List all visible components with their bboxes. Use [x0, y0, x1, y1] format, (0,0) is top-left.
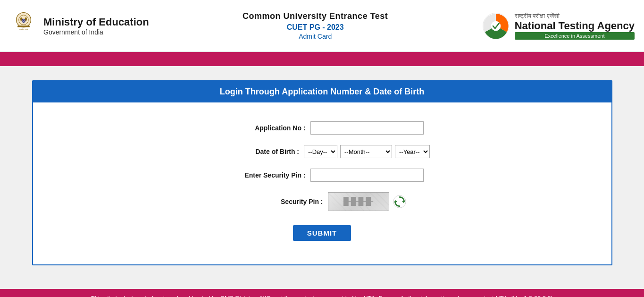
application-no-row: Application No : — [42, 121, 602, 135]
svg-text:सत्यमेव जयते: सत्यमेव जयते — [19, 28, 28, 31]
main-content: Login Through Application Number & Date … — [0, 66, 644, 280]
submit-button[interactable]: SUBMIT — [293, 225, 351, 241]
india-emblem-icon: सत्यमेव जयते — [9, 12, 38, 40]
dob-label: Date of Birth : — [214, 148, 299, 155]
dob-year-select[interactable]: --Year-- 1980198119821983 19841985198619… — [395, 145, 430, 158]
login-box: Login Through Application Number & Date … — [32, 80, 612, 265]
footer-text: This site is designed, developed and hos… — [91, 295, 553, 297]
sub-title: CUET PG - 2023 — [243, 23, 388, 32]
ministry-logo-area: सत्यमेव जयते Ministry of Education Gover… — [9, 12, 149, 40]
page-header: सत्यमेव जयते Ministry of Education Gover… — [0, 0, 644, 52]
security-pin-input[interactable] — [310, 169, 424, 182]
captcha-row: Security Pin : ████ — [42, 192, 602, 211]
ministry-text-block: Ministry of Education Government of Indi… — [43, 16, 149, 36]
application-no-input[interactable] — [310, 121, 424, 135]
dob-month-select[interactable]: --Month-- JanuaryFebruaryMarchApril MayJ… — [340, 145, 392, 158]
page-footer: This site is designed, developed and hos… — [0, 289, 644, 297]
refresh-captcha-icon[interactable] — [393, 195, 406, 208]
login-box-header: Login Through Application Number & Date … — [33, 81, 611, 102]
captcha-image: ████ — [328, 192, 389, 211]
captcha-area: ████ — [328, 192, 406, 211]
nta-logo-area: राष्ट्रीय परीक्षा एजेंसी National Testin… — [482, 12, 635, 40]
nta-tagline: Excellence in Assessment — [515, 32, 635, 40]
login-heading-text: Login Through Application Number & Date … — [220, 87, 424, 96]
ministry-name: Ministry of Education — [43, 16, 149, 28]
pink-bar — [0, 52, 644, 66]
nta-logo-icon — [482, 12, 510, 40]
security-pin-input-row: Enter Security Pin : — [42, 169, 602, 182]
captcha-label: Security Pin : — [238, 198, 323, 205]
main-title: Common University Entrance Test — [243, 11, 388, 21]
dob-selects: --Day-- 12345 678910 1112131415 16171819… — [304, 145, 430, 158]
login-form-body: Application No : Date of Birth : --Day--… — [33, 102, 611, 264]
security-pin-label: Enter Security Pin : — [221, 171, 306, 179]
ministry-sub: Government of India — [43, 28, 149, 36]
dob-day-select[interactable]: --Day-- 12345 678910 1112131415 16171819… — [304, 145, 337, 158]
dob-row: Date of Birth : --Day-- 12345 678910 111… — [42, 145, 602, 158]
admit-card-label: Admit Card — [243, 33, 388, 40]
svg-rect-9 — [17, 25, 30, 27]
nta-text-block: राष्ट्रीय परीक्षा एजेंसी National Testin… — [515, 12, 635, 40]
nta-name: National Testing Agency — [515, 20, 635, 32]
exam-title-block: Common University Entrance Test CUET PG … — [243, 11, 388, 40]
submit-row: SUBMIT — [42, 225, 602, 241]
application-no-label: Application No : — [221, 124, 306, 132]
